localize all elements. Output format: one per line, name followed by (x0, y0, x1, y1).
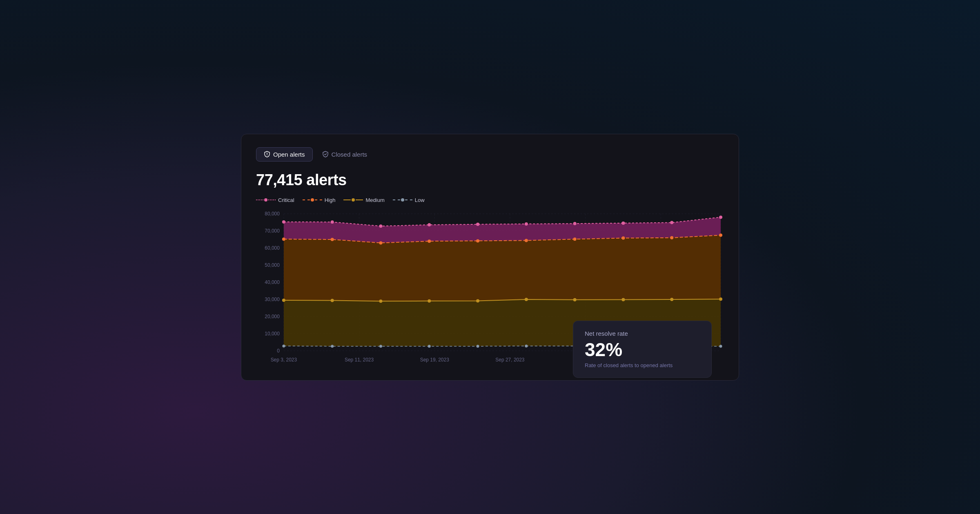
chart-area: 80,000 70,000 60,000 50,000 40,000 30,00… (256, 210, 724, 366)
svg-point-53 (525, 298, 528, 301)
svg-point-62 (477, 345, 479, 348)
svg-text:60,000: 60,000 (265, 245, 280, 250)
svg-point-55 (621, 298, 625, 301)
svg-point-58 (282, 344, 285, 347)
tab-open-alerts[interactable]: Open alerts (256, 147, 313, 162)
svg-point-56 (670, 298, 673, 301)
svg-point-30 (379, 224, 382, 228)
svg-text:10,000: 10,000 (265, 330, 280, 336)
svg-point-67 (719, 345, 722, 348)
svg-point-38 (282, 237, 285, 241)
svg-point-31 (428, 223, 431, 226)
svg-point-48 (282, 299, 285, 302)
tab-bar: Open alerts Closed alerts (256, 147, 724, 162)
tab-open-label: Open alerts (273, 151, 305, 158)
svg-point-54 (573, 298, 577, 301)
legend-high: High (303, 197, 336, 203)
main-card: Open alerts Closed alerts 77,415 alerts … (241, 134, 739, 381)
svg-point-40 (379, 241, 382, 244)
svg-point-59 (331, 345, 334, 348)
tab-closed-label: Closed alerts (332, 151, 368, 158)
svg-point-60 (379, 345, 382, 348)
svg-text:Sep 11, 2023: Sep 11, 2023 (345, 357, 374, 362)
svg-point-51 (428, 299, 431, 302)
svg-point-41 (428, 239, 431, 243)
svg-point-61 (428, 345, 431, 348)
svg-point-32 (476, 222, 479, 226)
svg-text:50,000: 50,000 (265, 262, 280, 268)
svg-point-49 (331, 299, 334, 302)
svg-point-1 (267, 155, 267, 155)
tooltip-panel: Net resolve rate 32% Rate of closed aler… (573, 321, 712, 378)
svg-text:20,000: 20,000 (265, 313, 280, 319)
legend-critical-label: Critical (278, 197, 294, 203)
svg-point-57 (719, 297, 722, 301)
high-medium-fill (284, 235, 721, 301)
svg-point-45 (621, 236, 625, 239)
svg-point-42 (476, 239, 479, 242)
svg-text:Sep 27, 2023: Sep 27, 2023 (495, 357, 524, 362)
svg-point-52 (476, 299, 479, 302)
svg-text:30,000: 30,000 (265, 296, 280, 302)
legend-low-label: Low (415, 197, 425, 203)
svg-text:0: 0 (277, 348, 280, 353)
legend-critical: Critical (256, 197, 294, 203)
svg-point-50 (379, 299, 382, 303)
tooltip-description: Rate of closed alerts to opened alerts (585, 362, 700, 368)
svg-point-43 (525, 239, 528, 242)
legend-medium: Medium (343, 197, 384, 203)
chart-legend: Critical High Medium Low (256, 197, 724, 203)
legend-medium-label: Medium (365, 197, 384, 203)
shield-closed-icon (322, 151, 329, 157)
legend-high-label: High (325, 197, 336, 203)
svg-text:Sep 3, 2023: Sep 3, 2023 (271, 357, 297, 362)
svg-text:80,000: 80,000 (265, 210, 280, 216)
svg-point-39 (331, 238, 334, 241)
tooltip-title: Net resolve rate (585, 330, 700, 337)
legend-low: Low (393, 197, 425, 203)
svg-point-35 (621, 221, 625, 224)
svg-point-47 (719, 233, 722, 237)
svg-point-46 (670, 236, 673, 239)
svg-point-34 (573, 222, 577, 225)
shield-alert-icon (264, 151, 270, 157)
svg-point-63 (525, 344, 528, 347)
svg-text:40,000: 40,000 (265, 279, 280, 285)
svg-point-37 (719, 215, 722, 219)
svg-text:Sep 19, 2023: Sep 19, 2023 (420, 357, 449, 362)
svg-text:70,000: 70,000 (265, 228, 280, 233)
tooltip-value: 32% (585, 340, 700, 359)
tab-closed-alerts[interactable]: Closed alerts (314, 147, 375, 162)
alerts-count: 77,415 alerts (256, 171, 724, 189)
svg-point-33 (525, 222, 528, 225)
critical-dot (282, 220, 285, 223)
svg-point-36 (670, 221, 673, 224)
svg-point-29 (331, 220, 334, 224)
svg-point-44 (573, 237, 577, 241)
